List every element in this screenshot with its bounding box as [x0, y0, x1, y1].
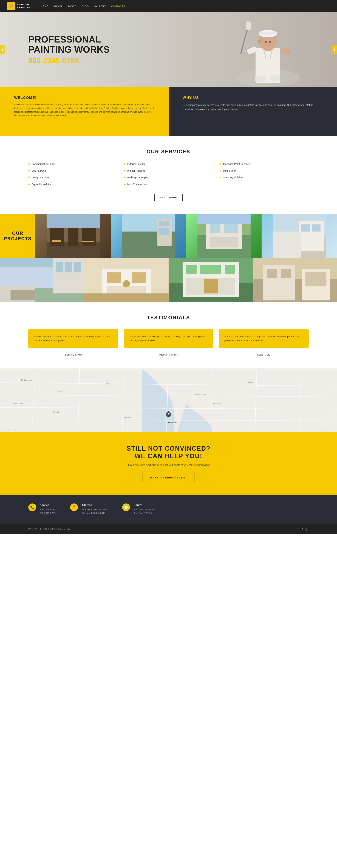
svg-rect-76 [281, 269, 291, 278]
nav-blog[interactable]: BLOG [82, 5, 89, 8]
footer-address: 📍 Address 28 Jackson Blvd Ste 1020 Chica… [70, 503, 108, 515]
welcome-col: WELCOME! A well-executed paint job can b… [0, 87, 168, 136]
testimonials-names: Bernard Show Michael Ventura Sarah Cole [28, 351, 309, 356]
cta-section: STILL NOT CONVINCED? WE CAN HELP YOU! Fi… [0, 432, 337, 494]
footer-hours: 🕐 Hours: 6am-4pm PST M-Th; 8am-3pm PST F… [122, 503, 155, 515]
testimonial-text: Thanks a lot for the painting service yo… [34, 335, 113, 342]
testimonial-text: Our office has never looked so bright an… [224, 335, 303, 342]
phones-lines: 800-2345-6789; 800-2345-6790 [40, 508, 56, 515]
svg-rect-65 [186, 266, 196, 274]
project-thumb[interactable] [111, 214, 186, 258]
svg-rect-66 [200, 266, 221, 274]
service-dot [124, 184, 126, 185]
project-thumb[interactable] [186, 214, 262, 258]
welcome-title: WELCOME! [14, 96, 154, 100]
welcome-body: A well-executed paint job can breathe ne… [14, 103, 154, 118]
hero-title: PROFESSIONAL PAINTING WORKS [28, 34, 110, 55]
map-section[interactable]: East Hanover Morristown Bergen New Roche… [0, 368, 337, 432]
hero-content: PROFESSIONAL PAINTING WORKS 800-2345-678… [0, 34, 110, 65]
svg-text:Jersey City: Jersey City [124, 416, 132, 418]
svg-rect-24 [82, 241, 94, 242]
service-dot [28, 177, 30, 178]
list-item: Specialty Finishes [220, 175, 309, 180]
nav-about[interactable]: ABOUT [54, 5, 62, 8]
svg-text:East Hanover: East Hanover [21, 379, 32, 381]
whyus-body: Our company proudly serves its clients a… [183, 103, 323, 112]
svg-rect-38 [197, 214, 250, 224]
project-thumb[interactable] [0, 258, 84, 302]
svg-text:Terms of Use: Terms of Use [319, 429, 327, 431]
list-item: New Construction [124, 182, 213, 187]
service-dot [28, 170, 30, 172]
svg-text:New York: New York [168, 422, 178, 424]
project-thumb[interactable] [262, 214, 337, 258]
facebook-icon[interactable]: f [299, 528, 299, 531]
svg-rect-36 [224, 224, 238, 233]
project-thumb[interactable] [84, 258, 168, 302]
project-thumb[interactable] [168, 258, 253, 302]
address-title: Address [82, 503, 108, 506]
svg-point-12 [265, 41, 267, 43]
nav-contacts[interactable]: CONTACTS [111, 5, 125, 8]
read-more-button[interactable]: READ MORE [154, 194, 183, 202]
svg-rect-4 [259, 32, 277, 35]
hours-lines: 6am-4pm PST M-Th; 8am-3pm PST Fri [133, 508, 155, 515]
list-item: Multi-Family [220, 168, 309, 173]
cta-button[interactable]: MAKE AN APPOINTMENT [143, 473, 194, 482]
map-inner: East Hanover Morristown Bergen New Roche… [0, 368, 337, 432]
service-dot [124, 170, 126, 172]
list-item: Deck & Patio [28, 168, 117, 173]
hero-next-button[interactable]: ❯ [332, 45, 337, 54]
svg-text:Morristown: Morristown [57, 390, 64, 392]
nav-gallery[interactable]: GALLERY [94, 5, 106, 8]
projects-row1: OUR PROJECTS [0, 214, 337, 258]
service-dot [28, 184, 30, 185]
testimonial-card: Our office has never looked so bright an… [219, 329, 309, 348]
address-icon: 📍 [70, 503, 78, 511]
svg-rect-61 [84, 293, 168, 302]
list-item: Exterior Painting [124, 161, 213, 166]
twitter-icon[interactable]: t [302, 528, 303, 531]
svg-text:Stamford: Stamford [248, 381, 254, 383]
logo[interactable]: 🎨 PAINTING SERVICES [7, 2, 30, 10]
logo-text: PAINTING SERVICES [17, 3, 30, 9]
footer-bottom: PAINTING SERVICES © 2016. Privacy Policy… [0, 524, 337, 534]
list-item: Interior Painting [124, 168, 213, 173]
projects-grid-row1 [35, 214, 337, 258]
svg-rect-37 [210, 237, 238, 247]
projects-title: OUR PROJECTS [4, 230, 32, 242]
hero-prev-button[interactable]: ❮ [0, 45, 5, 54]
main-nav: HOME ABOUT PAGES BLOG GALLERY CONTACTS [41, 5, 125, 8]
projects-row2 [0, 258, 337, 302]
phone-icon: 📞 [28, 503, 36, 511]
list-item: Parking Lot Striping [124, 175, 213, 180]
svg-rect-30 [164, 221, 169, 226]
svg-text:New Rochelle: New Rochelle [195, 394, 206, 395]
testimonial-text: I am so glad I have finally found a reli… [129, 335, 208, 342]
testimonial-name: Michael Ventura [124, 351, 214, 356]
whyus-title: WHY US [183, 96, 323, 100]
svg-rect-35 [210, 224, 220, 233]
svg-rect-20 [68, 228, 79, 246]
testimonial-card: I am so glad I have finally found a reli… [124, 329, 214, 348]
cta-subtitle: Fill out the form and our specialist wil… [28, 464, 309, 467]
svg-point-101 [168, 413, 170, 414]
svg-rect-53 [10, 290, 35, 301]
nav-pages[interactable]: PAGES [68, 5, 76, 8]
project-thumb[interactable] [35, 214, 111, 258]
svg-text:Map data ©2016 Google: Map data ©2016 Google [2, 429, 17, 431]
project-thumb[interactable] [253, 258, 337, 302]
svg-point-16 [270, 75, 280, 81]
nav-home[interactable]: HOME [41, 5, 48, 8]
svg-text:Bergen: Bergen [106, 383, 112, 385]
projects-label: OUR PROJECTS [0, 214, 35, 258]
svg-rect-67 [225, 266, 235, 274]
service-dot [124, 163, 126, 165]
list-item: Design Services [28, 175, 117, 180]
svg-rect-57 [107, 272, 121, 283]
googleplus-icon[interactable]: g+ [305, 528, 309, 531]
svg-point-14 [258, 40, 261, 43]
logo-icon: 🎨 [7, 2, 15, 10]
svg-rect-42 [273, 231, 301, 258]
svg-point-60 [123, 280, 130, 287]
